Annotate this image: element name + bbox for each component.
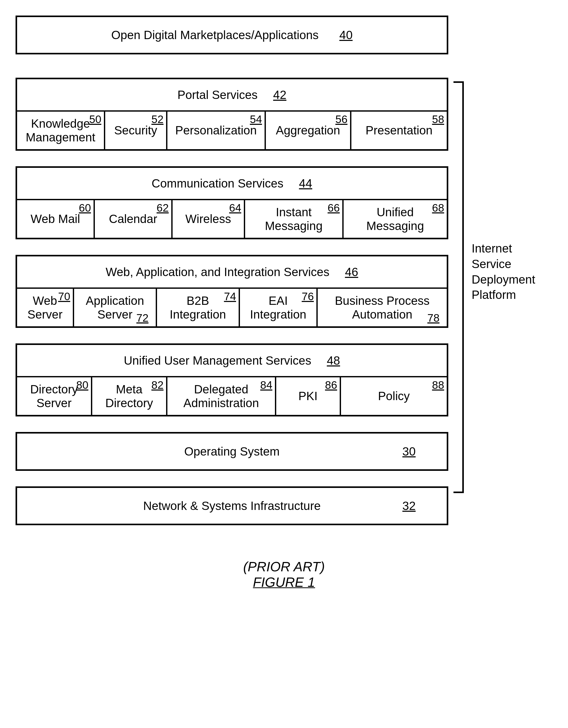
service-block-ref: 44: [299, 176, 312, 190]
bracket-label-line: Platform: [472, 287, 555, 303]
service-blocks-container: Portal Services42KnowledgeManagement50Se…: [16, 78, 448, 416]
bracket-label-line: Deployment: [472, 272, 555, 287]
bracket-label-line: Internet: [472, 241, 555, 256]
service-cell-label-line: EAI: [268, 294, 288, 308]
caption-line1: (PRIOR ART): [243, 559, 325, 574]
service-cell-label-line: Directory: [105, 396, 153, 410]
service-cell-ref: 54: [250, 113, 262, 126]
service-block: Portal Services42KnowledgeManagement50Se…: [16, 78, 448, 151]
service-cell-label-line: Business Process: [335, 294, 430, 308]
service-cell: Personalization54: [167, 110, 266, 149]
service-cell: B2BIntegration74: [157, 287, 240, 326]
service-cell-label-line: Server: [97, 308, 132, 321]
service-cell-label-line: Knowledge: [31, 117, 90, 131]
service-block-row: WebServer70ApplicationServer72B2BIntegra…: [17, 287, 447, 326]
service-cell: Wireless64: [172, 199, 245, 238]
service-cell-label-line: Integration: [250, 308, 306, 321]
service-cell: Policy88: [341, 376, 447, 415]
service-cell: Web Mail60: [17, 199, 95, 238]
service-cell-label-line: Personalization: [175, 124, 257, 137]
service-cell: EAIIntegration76: [240, 287, 318, 326]
service-cell-label-line: Administration: [183, 396, 259, 410]
service-cell-ref: 56: [335, 113, 348, 126]
service-cell-label-line: Instant: [276, 205, 312, 219]
plain-block-ref: 30: [403, 444, 416, 458]
service-cell-label-line: Aggregation: [276, 124, 340, 137]
service-block: Unified User Management Services48Direct…: [16, 343, 448, 416]
figure-caption: (PRIOR ART) FIGURE 1: [16, 559, 552, 590]
plain-block-label: Network & Systems Infrastructure: [143, 499, 321, 513]
figure-page: Open Digital Marketplaces/Applications 4…: [16, 16, 552, 590]
service-cell-label-line: Messaging: [367, 219, 424, 233]
service-cell: Business ProcessAutomation78: [318, 287, 447, 326]
service-cell: ApplicationServer72: [74, 287, 157, 326]
plain-blocks-container: Operating System30Network & Systems Infr…: [16, 432, 448, 525]
service-cell-ref: 64: [229, 202, 241, 214]
service-cell: InstantMessaging66: [245, 199, 344, 238]
service-cell: UnifiedMessaging68: [344, 199, 447, 238]
service-cell-ref: 52: [151, 113, 163, 126]
service-block-header: Communication Services44: [17, 168, 447, 199]
service-cell: Presentation58: [351, 110, 447, 149]
bracket-icon: [454, 81, 464, 493]
service-cell-label-line: Wireless: [185, 212, 231, 226]
service-cell: WebServer70: [17, 287, 74, 326]
service-cell-label-line: Server: [37, 396, 71, 410]
service-cell-label-line: Directory: [30, 383, 78, 396]
top-box-label: Open Digital Marketplaces/Applications: [111, 28, 319, 42]
service-cell-ref: 68: [432, 202, 444, 214]
service-cell-ref: 62: [156, 202, 169, 214]
service-cell-ref: 86: [325, 379, 337, 391]
caption-line2: FIGURE 1: [16, 574, 552, 590]
service-cell: DirectoryServer80: [17, 376, 92, 415]
service-cell: KnowledgeManagement50: [17, 110, 105, 149]
service-cell-ref: 80: [76, 379, 88, 391]
service-cell-ref: 74: [224, 290, 236, 303]
service-cell-label-line: Server: [27, 308, 62, 321]
service-cell: MetaDirectory82: [92, 376, 167, 415]
service-cell-ref: 82: [151, 379, 163, 391]
service-cell: DelegatedAdministration84: [167, 376, 276, 415]
service-block-row: Web Mail60Calendar62Wireless64InstantMes…: [17, 199, 447, 238]
service-cell-ref: 66: [328, 202, 340, 214]
plain-block: Network & Systems Infrastructure32: [16, 486, 448, 525]
service-block-title: Unified User Management Services: [124, 354, 312, 367]
service-block-ref: 46: [345, 265, 358, 279]
plain-block-label: Operating System: [184, 444, 279, 458]
service-cell: Aggregation56: [266, 110, 351, 149]
service-cell-ref: 60: [79, 202, 91, 214]
service-cell-label-line: PKI: [298, 389, 318, 403]
service-block-title: Communication Services: [151, 176, 283, 190]
service-block-header: Portal Services42: [17, 79, 447, 110]
service-cell-label-line: Integration: [170, 308, 226, 321]
service-cell-label-line: Calendar: [109, 212, 157, 226]
service-cell-label-line: Management: [26, 131, 95, 144]
service-cell-ref: 84: [260, 379, 272, 391]
service-cell-label-line: Application: [86, 294, 144, 308]
service-cell-ref: 76: [302, 290, 314, 303]
plain-block: Operating System30: [16, 432, 448, 471]
service-cell-label-line: Presentation: [366, 124, 433, 137]
service-cell-ref: 72: [136, 312, 148, 324]
service-cell-label-line: Delegated: [194, 383, 248, 396]
service-block: Communication Services44Web Mail60Calend…: [16, 166, 448, 239]
service-block-header: Unified User Management Services48: [17, 345, 447, 376]
service-block-ref: 48: [327, 354, 340, 367]
service-cell: Security52: [105, 110, 167, 149]
service-block: Web, Application, and Integration Servic…: [16, 255, 448, 328]
service-cell-ref: 70: [58, 290, 70, 303]
service-block-ref: 42: [273, 88, 286, 102]
service-block-header: Web, Application, and Integration Servic…: [17, 256, 447, 287]
plain-block-ref: 32: [403, 499, 416, 513]
service-block-row: KnowledgeManagement50Security52Personali…: [17, 110, 447, 149]
service-cell-label-line: Web: [33, 294, 57, 308]
service-cell-label-line: Security: [114, 124, 157, 137]
service-cell-ref: 78: [427, 312, 440, 324]
top-box: Open Digital Marketplaces/Applications 4…: [16, 16, 448, 54]
boxes-column: Open Digital Marketplaces/Applications 4…: [16, 16, 448, 525]
service-cell-ref: 58: [432, 113, 444, 126]
service-cell-ref: 88: [432, 379, 444, 391]
top-box-ref: 40: [340, 28, 353, 42]
service-cell-label-line: Meta: [116, 383, 142, 396]
service-block-title: Web, Application, and Integration Servic…: [106, 265, 329, 279]
